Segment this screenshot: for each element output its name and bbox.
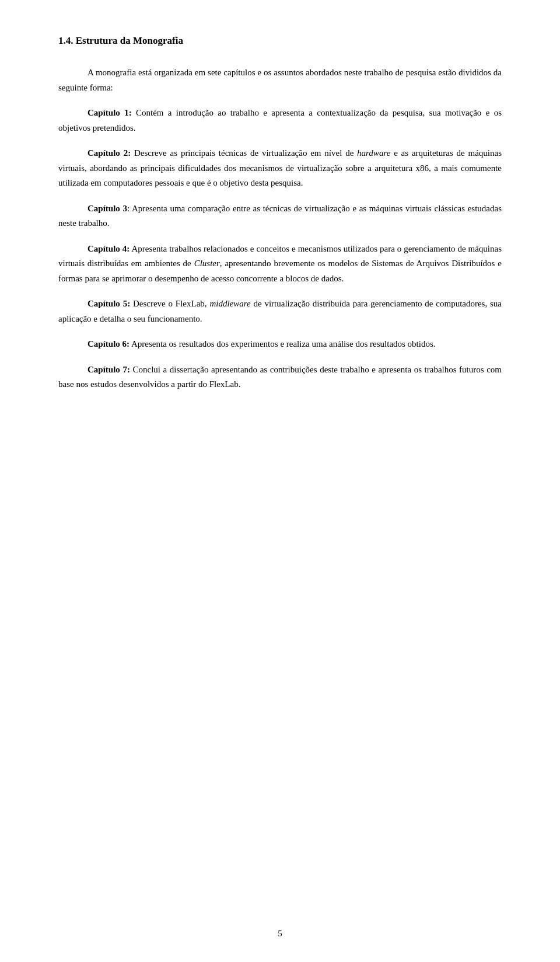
cap2-rest-before-italic: Descreve as principais técnicas de virtu…	[131, 148, 357, 158]
cap1-bold: Capítulo 1:	[88, 108, 132, 117]
cap4-italic: Cluster	[194, 259, 220, 268]
page-number: 5	[278, 929, 282, 939]
cap2-italic: hardware	[357, 148, 390, 158]
paragraph-cap7: Capítulo 7: Conclui a dissertação aprese…	[58, 363, 502, 392]
page-container: 1.4. Estrutura da Monografia A monografi…	[0, 0, 560, 962]
paragraph-intro: A monografia está organizada em sete cap…	[58, 65, 502, 95]
paragraph-cap5: Capítulo 5: Descreve o FlexLab, middlewa…	[58, 297, 502, 326]
paragraph-intro-text: A monografia está organizada em sete cap…	[58, 68, 502, 92]
cap7-bold: Capítulo 7:	[88, 365, 130, 374]
cap6-rest: Apresenta os resultados dos experimentos…	[130, 339, 435, 348]
paragraph-cap1: Capítulo 1: Contém a introdução ao traba…	[58, 106, 502, 135]
paragraph-cap2: Capítulo 2: Descreve as principais técni…	[58, 146, 502, 191]
cap5-rest-before-italic: Descreve o FlexLab,	[130, 299, 209, 308]
paragraph-cap4: Capítulo 4: Apresenta trabalhos relacion…	[58, 242, 502, 287]
paragraph-cap6: Capítulo 6: Apresenta os resultados dos …	[58, 337, 502, 352]
cap4-bold: Capítulo 4:	[88, 244, 130, 253]
section-title: 1.4. Estrutura da Monografia	[58, 35, 502, 47]
paragraph-cap3: Capítulo 3: Apresenta uma comparação ent…	[58, 201, 502, 231]
cap2-bold: Capítulo 2:	[88, 148, 131, 158]
cap5-italic: middleware	[209, 299, 250, 308]
cap6-bold: Capítulo 6:	[88, 339, 130, 348]
cap3-bold: Capítulo 3	[88, 204, 127, 213]
cap5-bold: Capítulo 5:	[88, 299, 130, 308]
